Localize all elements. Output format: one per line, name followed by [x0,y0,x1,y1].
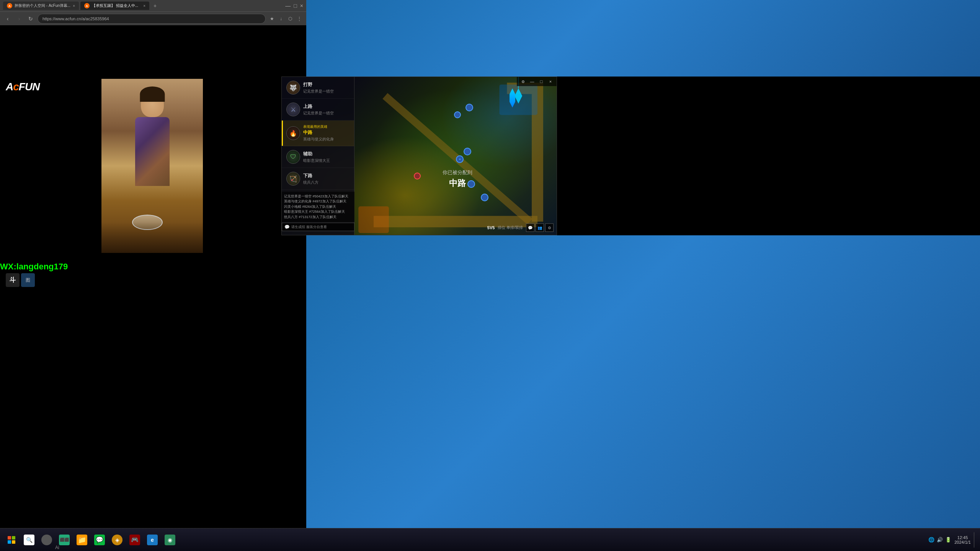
role-name-support: 辅助 [303,151,350,157]
taskbar-edge[interactable]: e [144,531,161,548]
role-name-mid: 中路 [303,129,350,136]
champ-1 [466,104,473,111]
extension-icon[interactable]: ⬡ [286,15,294,23]
desktop-bg-top-right [306,0,980,77]
terrain-overlay: ✦ [354,77,557,235]
hud-sub-label: 排位 单排/双排 [498,225,523,230]
figure-body [135,117,170,186]
browser-toolbar: ‹ › ↻ https://www.acfun.cn/a/ac25835964 … [0,11,306,25]
taskview-icon: ⬛⬛ [59,535,70,545]
tab-favicon-1: A [7,3,12,8]
bg-items [101,222,203,253]
game-maximize-button[interactable]: □ [538,78,544,85]
tab-inactive-1[interactable]: A 肿胀密的个人空间 - AcFun弹幕... × [3,2,79,10]
map-svg [354,77,557,235]
role-desc-mid-top: 表现最用的英雄 [303,124,350,129]
address-text: https://www.acfun.cn/a/ac25835964 [42,16,109,21]
game-icon: 🎮 [129,535,140,545]
role-icon-bottom: 🏹 [286,172,300,186]
app1-icon: ◈ [112,535,122,545]
svg-rect-1 [358,206,389,233]
acfun-bottom-logo: 斗 图 [6,273,35,287]
explorer-icon: 📁 [77,535,87,545]
start-square-1 [8,536,11,540]
acfun-logo[interactable]: AcFUN [6,81,39,93]
nav-refresh-button[interactable]: ↻ [26,14,35,23]
start-button[interactable] [3,531,20,548]
start-square-3 [8,540,11,544]
role-desc-top: 记见世界是一猎空 [303,111,350,116]
tab-active[interactable]: A 【求投互踢】 招益全人中... × [80,2,149,10]
edge-icon: e [147,535,158,545]
map-icon: 图 [21,273,35,287]
clock-date: 2024/1/1 [954,540,971,544]
settings-icon[interactable]: ⋮ [296,15,303,23]
role-desc-support: 暗影意深情大王 [303,158,350,163]
chat-input-placeholder: 请生成招 服装分自查看 [291,225,327,230]
taskbar-wechat[interactable]: 💬 [91,531,108,548]
nav-forward-button[interactable]: › [15,14,24,23]
taskbar-app2[interactable]: ◉ [162,531,178,548]
dou-icon: 斗 [6,273,20,287]
new-tab-button[interactable]: + [151,2,159,10]
champ-2 [454,111,461,118]
taskbar-app1[interactable]: ◈ [109,531,126,548]
active-marker [282,121,283,146]
taskbar-cortana[interactable] [38,531,55,548]
game-titlebar: ⚙ — □ × [517,77,557,86]
hud-icons: 💬 👥 ⚙ [526,223,554,232]
tab-favicon-2: A [84,3,90,8]
volume-icon[interactable]: 🔊 [937,537,943,543]
role-item-top[interactable]: ⚔ 上路 记见世界是一猎空 [282,99,354,121]
role-name-bottom: 下路 [303,173,350,179]
acfun-page: AcFUN WX:langdeng179 斗 图 [0,25,306,318]
download-icon[interactable]: ↓ [277,15,285,23]
game-close-button[interactable]: × [547,78,554,85]
address-bar[interactable]: https://www.acfun.cn/a/ac25835964 [38,14,266,24]
hud-icon-3[interactable]: ⚙ [545,223,554,232]
role-desc-mid: 英雄与使义的化身 [303,137,350,142]
search-icon: 🔍 [24,535,34,545]
role-item-mid[interactable]: 🔥 表现最用的英雄 中路 英雄与使义的化身 [282,121,354,146]
role-desc-jungle: 记见世界是一猎空 [303,89,350,94]
chat-line-5: 统兵八方 #713172加入了队伍解天 [284,215,352,220]
taskbar-game[interactable]: 🎮 [126,531,143,548]
cortana-icon [41,535,52,545]
role-item-jungle[interactable]: 🐺 打野 记见世界是一猎空 [282,77,354,99]
ai-label: Ai [54,544,61,551]
tab-label-1: 肿胀密的个人空间 - AcFun弹幕... [15,3,70,8]
close-button[interactable]: × [300,3,303,9]
taskbar-explorer[interactable]: 📁 [74,531,90,548]
game-minimize-button[interactable]: — [529,78,535,85]
assignment-area: 你已被分配到 中路 [358,169,557,189]
chat-line-4: 暗影意深情大王 #72564加入了队伍解天 [284,209,352,215]
hud-icon-2[interactable]: 👥 [536,223,544,232]
game-settings-icon[interactable]: ⚙ [520,78,526,85]
taskbar: 🔍 ⬛⬛ 📁 💬 ◈ 🎮 e ◉ Ai 🌐 🔊 🔋 [0,528,980,551]
champ-6 [481,194,488,201]
minimize-button[interactable]: — [285,3,291,9]
chat-input[interactable]: 💬 请生成招 服装分自查看 [282,223,354,231]
wx-label: WX:langdeng179 [0,262,68,272]
hud-icon-1[interactable]: 💬 [526,223,534,232]
nav-back-button[interactable]: ‹ [3,14,12,23]
taskbar-search[interactable]: 🔍 [21,531,38,548]
taskbar-clock[interactable]: 12:45 2024/1/1 [954,535,971,544]
role-name-jungle: 打野 [303,82,350,88]
role-desc-bottom: 统兵八方 [303,180,350,185]
role-item-support[interactable]: 🛡 辅助 暗影意深情大王 [282,146,354,168]
show-desktop-button[interactable] [974,532,977,548]
video-thumbnail[interactable] [101,79,203,253]
tab-close-2[interactable]: × [143,4,145,8]
network-icon[interactable]: 🌐 [928,537,934,543]
browser-window: A 肿胀密的个人空间 - AcFun弹幕... × A 【求投互踢】 招益全人中… [0,0,306,318]
role-item-bottom[interactable]: 🏹 下路 统兵八方 [282,168,354,190]
chat-log: 记见世界是一猎空 #50423加入了队伍解天 英雄与使义的化身 #4972加入了… [282,192,354,222]
tab-close-1[interactable]: × [73,4,75,8]
maximize-button[interactable]: □ [294,3,297,9]
wechat-icon: 💬 [94,535,105,545]
chat-icon: 💬 [284,225,290,230]
bookmark-icon[interactable]: ★ [268,15,276,23]
start-square-4 [12,540,15,544]
start-icon [8,536,15,544]
